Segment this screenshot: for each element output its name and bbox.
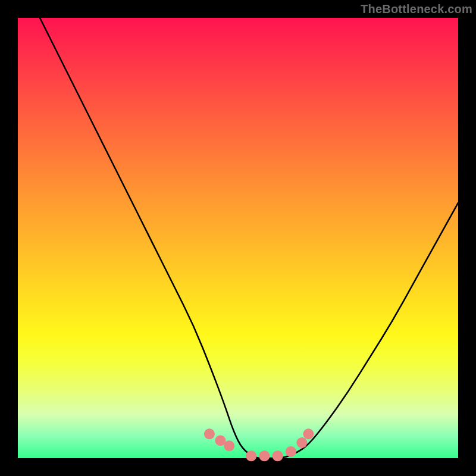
site-watermark: TheBottleneck.com: [361, 2, 472, 16]
trough-dots: [204, 428, 314, 461]
bottleneck-curve: [40, 18, 458, 458]
trough-dot: [286, 446, 296, 457]
chart-svg: [18, 18, 458, 458]
trough-dot: [246, 450, 256, 461]
trough-dot: [224, 440, 234, 451]
plot-area: [18, 18, 458, 458]
trough-dot: [273, 450, 283, 461]
trough-dot: [204, 428, 215, 439]
chart-frame: TheBottleneck.com: [0, 0, 476, 476]
trough-dot: [303, 428, 314, 439]
trough-dot: [259, 450, 270, 461]
trough-dot: [296, 437, 307, 448]
